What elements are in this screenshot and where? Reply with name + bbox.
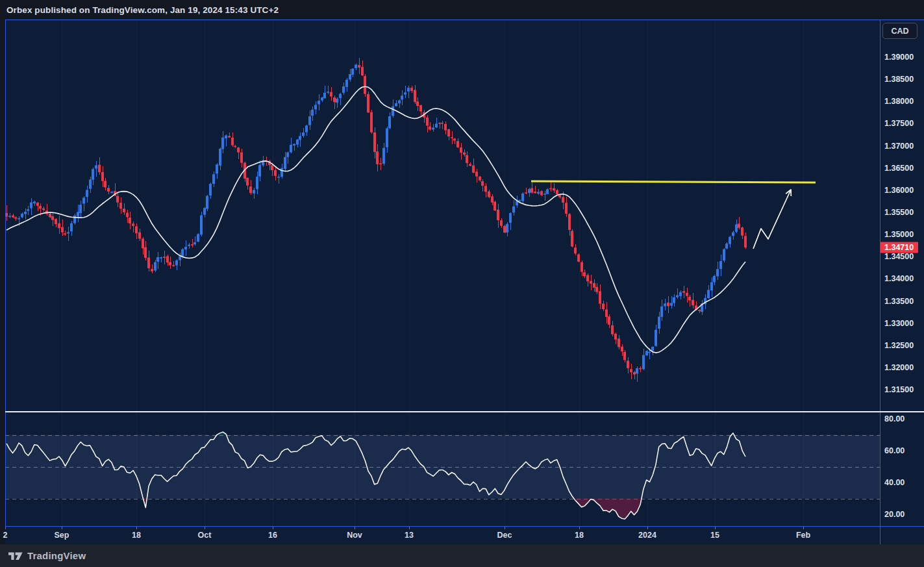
price-tick-label: 1.38500 <box>884 75 914 84</box>
time-tick-label: 2 <box>3 531 8 540</box>
chart-frame-left <box>5 19 6 526</box>
price-tick-label: 1.33500 <box>884 297 914 306</box>
price-tick-label: 1.37500 <box>884 119 914 128</box>
price-tick-label: 1.35500 <box>884 208 914 217</box>
time-tick-mark <box>355 527 355 529</box>
time-axis[interactable]: 2Sep18Oct16Nov13Dec18202415Feb <box>5 527 924 544</box>
time-tick-label: 18 <box>132 531 141 540</box>
time-tick-label: Sep <box>55 531 69 540</box>
tradingview-logo-icon[interactable] <box>8 551 23 561</box>
price-tick-label: 1.35000 <box>884 230 914 239</box>
chart-area: CAD 1.390001.385001.380001.375001.370001… <box>5 19 924 544</box>
time-tick-mark <box>62 527 62 529</box>
time-tick-mark <box>647 527 648 529</box>
time-tick-label: 16 <box>268 531 277 540</box>
price-tick-label: 1.32000 <box>884 363 914 372</box>
rsi-tick-label: 80.00 <box>884 414 905 423</box>
publish-header: Orbex published on TradingView.com, Jan … <box>0 0 924 19</box>
price-tick-label: 1.36000 <box>884 186 914 195</box>
time-tick-mark <box>205 527 205 529</box>
time-tick-label: 15 <box>710 531 719 540</box>
price-tick-label: 1.34000 <box>884 274 914 283</box>
time-tick-mark <box>409 527 410 529</box>
chart-frame-top <box>5 19 924 20</box>
currency-badge[interactable]: CAD <box>882 23 918 39</box>
currency-badge-label: CAD <box>891 27 908 36</box>
price-tick-label: 1.38000 <box>884 97 914 106</box>
time-tick-label: Dec <box>497 531 512 540</box>
last-price-badge: 1.34710 <box>880 242 918 253</box>
price-tick-label: 1.31500 <box>884 385 914 394</box>
price-tick-label: 1.37000 <box>884 142 914 151</box>
price-tick-label: 1.32500 <box>884 341 914 350</box>
time-tick-mark <box>803 527 804 529</box>
rsi-tick-label: 20.00 <box>884 510 905 519</box>
time-tick-mark <box>273 527 273 529</box>
price-tick-label: 1.36500 <box>884 164 914 173</box>
time-tick-label: 18 <box>575 531 584 540</box>
footer-bar: TradingView <box>0 544 924 567</box>
chart-frame-bottom <box>5 526 924 527</box>
price-tick-label: 1.33000 <box>884 319 914 328</box>
time-tick-label: 13 <box>405 531 414 540</box>
time-tick-label: Feb <box>796 531 810 540</box>
time-tick-mark <box>579 527 580 529</box>
time-tick-label: 2024 <box>638 531 656 540</box>
time-tick-mark <box>136 527 137 529</box>
time-tick-label: Oct <box>198 531 212 540</box>
time-tick-label: Nov <box>347 531 362 540</box>
price-tick-label: 1.34500 <box>884 252 914 261</box>
price-tick-label: 1.39000 <box>884 53 914 62</box>
rsi-tick-label: 60.00 <box>884 446 905 455</box>
time-tick-mark <box>505 527 505 529</box>
tradingview-brand-text[interactable]: TradingView <box>27 550 86 561</box>
chart-plot-canvas[interactable] <box>5 19 880 526</box>
time-tick-mark <box>5 527 6 529</box>
page: { "header": { "publish_line": "Orbex pub… <box>0 0 924 567</box>
rsi-tick-label: 40.00 <box>884 478 905 487</box>
time-tick-mark <box>715 527 716 529</box>
last-price-value: 1.34710 <box>884 243 914 252</box>
chart-frame-right <box>880 19 880 544</box>
pane-separator[interactable] <box>5 411 924 412</box>
publish-line-text: Orbex published on TradingView.com, Jan … <box>6 5 279 15</box>
